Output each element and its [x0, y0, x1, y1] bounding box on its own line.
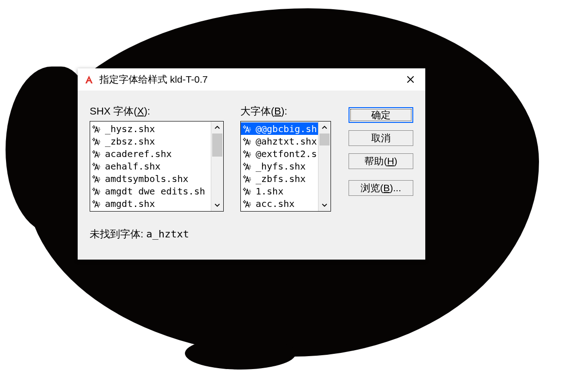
- svg-point-8: [244, 139, 245, 140]
- cancel-button-label: 取消: [371, 132, 391, 145]
- svg-point-2: [93, 151, 95, 153]
- shx-font-icon: [243, 137, 254, 146]
- ok-button[interactable]: 确定: [349, 107, 413, 123]
- scroll-down-button[interactable]: [318, 199, 331, 211]
- svg-point-11: [244, 176, 245, 178]
- shx-font-icon: [92, 162, 103, 171]
- shx-font-icon: [92, 199, 103, 208]
- browse-button-prefix: 浏览(: [361, 182, 383, 194]
- big-font-accelerator: B: [274, 105, 281, 117]
- svg-point-9: [244, 151, 245, 153]
- dialog-body: SHX 字体(X): _hysz.shx_zbsz.shxacaderef.sh…: [78, 91, 425, 106]
- scroll-up-button[interactable]: [318, 121, 331, 133]
- list-item[interactable]: _hysz.shx: [90, 122, 223, 135]
- svg-point-4: [93, 176, 95, 178]
- shx-scrollbar[interactable]: [211, 121, 223, 211]
- svg-point-6: [93, 201, 95, 203]
- svg-point-13: [244, 201, 245, 203]
- list-item[interactable]: acaderef.shx: [90, 147, 223, 160]
- close-button[interactable]: [401, 70, 420, 89]
- shx-font-icon: [243, 162, 254, 171]
- list-item-label: amgdt dwe edits.sh: [105, 186, 205, 197]
- shx-font-icon: [243, 187, 254, 196]
- notfound-label: 未找到字体:: [90, 228, 146, 240]
- shx-font-icon: [243, 174, 254, 183]
- button-column: 确定 取消 帮助(H) 浏览(B)...: [349, 107, 413, 203]
- list-item-label: 1.shx: [256, 186, 283, 197]
- list-item-label: amgdt.shx: [105, 198, 155, 209]
- list-item-label: _zbsz.shx: [105, 136, 155, 147]
- shx-font-icon: [243, 124, 254, 133]
- list-item-label: amdtsymbols.shx: [105, 173, 189, 184]
- browse-button-suffix: )...: [390, 182, 401, 194]
- scrollbar-thumb[interactable]: [319, 133, 330, 146]
- list-item-label: _zbfs.shx: [256, 173, 306, 184]
- shx-font-icon: [92, 124, 103, 133]
- big-font-label-prefix: 大字体(: [240, 105, 274, 117]
- list-item[interactable]: @ahztxt.shx: [241, 135, 331, 147]
- big-font-label-suffix: ):: [281, 105, 287, 117]
- svg-point-7: [244, 126, 245, 128]
- list-item[interactable]: _zbfs.shx: [241, 172, 331, 185]
- list-item[interactable]: @@gbcbig.sh: [241, 122, 331, 135]
- browse-button[interactable]: 浏览(B)...: [349, 180, 413, 196]
- font-not-found-message: 未找到字体: a_hztxt: [90, 227, 189, 241]
- shx-font-label-suffix: ):: [144, 105, 150, 117]
- list-item-label: _hyfs.shx: [256, 161, 306, 172]
- list-item[interactable]: amgdt dwe edits.sh: [90, 185, 223, 197]
- scrollbar-thumb[interactable]: [212, 133, 222, 157]
- scroll-down-button[interactable]: [211, 199, 223, 211]
- list-item[interactable]: amgdt.shx: [90, 197, 223, 210]
- big-scrollbar[interactable]: [318, 121, 331, 211]
- list-item-label: aehalf.shx: [105, 161, 160, 172]
- list-item-label: @extfont2.s: [256, 148, 317, 159]
- shx-font-listbox[interactable]: _hysz.shx_zbsz.shxacaderef.shxaehalf.shx…: [90, 121, 224, 212]
- svg-point-10: [244, 164, 245, 165]
- shx-font-accelerator: X: [137, 105, 144, 117]
- shx-font-label-prefix: SHX 字体(: [90, 105, 137, 117]
- font-dialog: 指定字体给样式 kld-T-0.7 SHX 字体(X): _hysz.shx_z…: [78, 68, 425, 260]
- list-item[interactable]: aehalf.shx: [90, 160, 223, 172]
- list-item[interactable]: acc.shx: [241, 197, 331, 210]
- list-item-label: acc.shx: [256, 198, 294, 209]
- shx-font-icon: [92, 149, 103, 158]
- help-button[interactable]: 帮助(H): [349, 153, 413, 169]
- svg-point-0: [93, 126, 95, 128]
- list-item[interactable]: @extfont2.s: [241, 147, 331, 160]
- browse-button-accel: B: [383, 182, 390, 194]
- autocad-icon: [84, 75, 94, 85]
- list-item-label: acaderef.shx: [105, 148, 172, 159]
- help-button-prefix: 帮助(: [364, 155, 387, 168]
- list-item-label: @@gbcbig.sh: [256, 123, 317, 134]
- ok-button-label: 确定: [371, 109, 391, 121]
- list-item[interactable]: _zbsz.shx: [90, 135, 223, 147]
- big-font-label: 大字体(B):: [240, 104, 287, 118]
- svg-point-3: [93, 164, 95, 165]
- titlebar: 指定字体给样式 kld-T-0.7: [78, 68, 425, 91]
- shx-font-icon: [92, 174, 103, 183]
- list-item-label: _hysz.shx: [105, 123, 155, 134]
- shx-font-icon: [243, 149, 254, 158]
- list-item[interactable]: _hyfs.shx: [241, 160, 331, 172]
- scroll-up-button[interactable]: [211, 121, 223, 133]
- list-item[interactable]: 1.shx: [241, 185, 331, 197]
- list-item-label: @ahztxt.shx: [256, 136, 317, 147]
- cancel-button[interactable]: 取消: [349, 130, 413, 146]
- notfound-value: a_hztxt: [146, 228, 189, 240]
- help-button-accel: H: [387, 156, 394, 167]
- svg-point-12: [244, 188, 245, 190]
- svg-point-5: [93, 188, 95, 190]
- list-item[interactable]: amdtsymbols.shx: [90, 172, 223, 185]
- help-button-suffix: ): [394, 156, 398, 167]
- shx-font-icon: [92, 137, 103, 146]
- shx-font-label: SHX 字体(X):: [90, 104, 150, 118]
- svg-point-1: [93, 139, 95, 140]
- big-font-listbox[interactable]: @@gbcbig.sh@ahztxt.shx@extfont2.s_hyfs.s…: [240, 121, 331, 212]
- background-shape-tail: [185, 337, 296, 370]
- shx-font-icon: [92, 187, 103, 196]
- shx-font-icon: [243, 199, 254, 208]
- dialog-title: 指定字体给样式 kld-T-0.7: [99, 73, 401, 86]
